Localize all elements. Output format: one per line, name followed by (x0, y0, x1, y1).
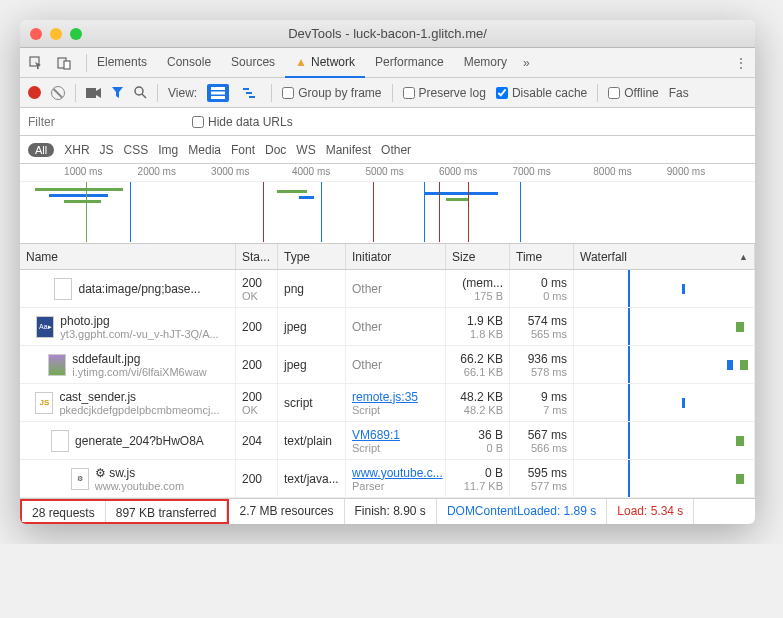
cell-time: 574 ms565 ms (510, 308, 574, 345)
status-dcl: DOMContentLoaded: 1.89 s (437, 499, 607, 524)
filter-input[interactable] (28, 115, 178, 129)
col-initiator[interactable]: Initiator (346, 244, 446, 269)
window-title: DevTools - luck-bacon-1.glitch.me/ (20, 26, 755, 41)
preserve-log-check[interactable]: Preserve log (403, 86, 486, 100)
tab-memory[interactable]: Memory (454, 48, 517, 78)
status-requests: 28 requests (22, 501, 106, 522)
type-filter-xhr[interactable]: XHR (64, 143, 89, 157)
svg-rect-2 (64, 61, 70, 69)
type-filter-media[interactable]: Media (188, 143, 221, 157)
disable-cache-check[interactable]: Disable cache (496, 86, 587, 100)
tab-elements[interactable]: Elements (87, 48, 157, 78)
cell-time: 936 ms578 ms (510, 346, 574, 383)
table-row[interactable]: Aa▸photo.jpgyt3.ggpht.com/-vu_v-hJT-3Q/A… (20, 308, 755, 346)
table-row[interactable]: ⚙⚙ sw.jswww.youtube.com200text/java...ww… (20, 460, 755, 498)
type-filter-js[interactable]: JS (100, 143, 114, 157)
tab-console[interactable]: Console (157, 48, 221, 78)
cell-time: 567 ms566 ms (510, 422, 574, 459)
type-filter-img[interactable]: Img (158, 143, 178, 157)
timeline-overview[interactable]: 1000 ms 2000 ms 3000 ms 4000 ms 5000 ms … (20, 164, 755, 244)
cell-status: 200OK (236, 270, 278, 307)
cell-status: 200 (236, 460, 278, 497)
col-time[interactable]: Time (510, 244, 574, 269)
tab-sources[interactable]: Sources (221, 48, 285, 78)
cell-size: 1.9 KB1.8 KB (446, 308, 510, 345)
svg-point-4 (135, 87, 143, 95)
view-label: View: (168, 86, 197, 100)
status-finish: Finish: 8.90 s (345, 499, 437, 524)
cell-name: data:image/png;base... (20, 270, 236, 307)
cell-status: 200 (236, 346, 278, 383)
inspect-icon[interactable] (28, 55, 44, 71)
tab-performance[interactable]: Performance (365, 48, 454, 78)
more-tabs-icon[interactable]: » (523, 56, 530, 70)
cell-time: 595 ms577 ms (510, 460, 574, 497)
cell-type: jpeg (278, 308, 346, 345)
type-filter-ws[interactable]: WS (296, 143, 315, 157)
gear-icon: ⚙ (95, 466, 109, 480)
network-toolbar: View: Group by frame Preserve log Disabl… (20, 78, 755, 108)
cell-size: 0 B11.7 KB (446, 460, 510, 497)
type-filter-doc[interactable]: Doc (265, 143, 286, 157)
cell-size: (mem...175 B (446, 270, 510, 307)
type-filter-manifest[interactable]: Manifest (326, 143, 371, 157)
status-bar: 28 requests 897 KB transferred 2.7 MB re… (20, 498, 755, 524)
svg-rect-8 (211, 96, 225, 99)
col-type[interactable]: Type (278, 244, 346, 269)
col-size[interactable]: Size (446, 244, 510, 269)
cell-waterfall (574, 270, 755, 307)
cell-name: sddefault.jpgi.ytimg.com/vi/6lfaiXM6waw (20, 346, 236, 383)
device-icon[interactable] (56, 55, 72, 71)
col-waterfall[interactable]: Waterfall▲ (574, 244, 755, 269)
offline-check[interactable]: Offline (608, 86, 658, 100)
record-button[interactable] (28, 86, 41, 99)
clear-button[interactable] (51, 86, 65, 100)
hide-data-urls-check[interactable]: Hide data URLs (192, 115, 293, 129)
waterfall-view-button[interactable] (239, 84, 261, 102)
cell-time: 0 ms0 ms (510, 270, 574, 307)
cell-initiator: VM689:1Script (346, 422, 446, 459)
cell-initiator: Other (346, 270, 446, 307)
type-filter-all[interactable]: All (28, 143, 54, 157)
cell-initiator: Other (346, 346, 446, 383)
panel-tabbar: Elements Console Sources ▲Network Perfor… (20, 48, 755, 78)
type-filter-css[interactable]: CSS (124, 143, 149, 157)
table-row[interactable]: data:image/png;base...200OKpngOther(mem.… (20, 270, 755, 308)
cell-name: Aa▸photo.jpgyt3.ggpht.com/-vu_v-hJT-3Q/A… (20, 308, 236, 345)
status-transferred: 897 KB transferred (106, 501, 228, 522)
cell-waterfall (574, 346, 755, 383)
cell-size: 36 B0 B (446, 422, 510, 459)
throttle-select[interactable]: Fas (669, 86, 689, 100)
group-by-frame-check[interactable]: Group by frame (282, 86, 381, 100)
cell-status: 204 (236, 422, 278, 459)
table-row[interactable]: sddefault.jpgi.ytimg.com/vi/6lfaiXM6waw2… (20, 346, 755, 384)
cell-initiator: remote.js:35Script (346, 384, 446, 421)
requests-table: Name Sta... Type Initiator Size Time Wat… (20, 244, 755, 498)
filter-row: Hide data URLs (20, 108, 755, 136)
cell-name: generate_204?bHwO8A (20, 422, 236, 459)
type-filter-other[interactable]: Other (381, 143, 411, 157)
table-row[interactable]: generate_204?bHwO8A204text/plainVM689:1S… (20, 422, 755, 460)
cell-name: ⚙⚙ sw.jswww.youtube.com (20, 460, 236, 497)
kebab-menu-icon[interactable]: ⋮ (735, 56, 747, 70)
svg-line-5 (142, 94, 146, 98)
camera-icon[interactable] (86, 87, 101, 99)
filter-icon[interactable] (111, 86, 124, 99)
titlebar: DevTools - luck-bacon-1.glitch.me/ (20, 20, 755, 48)
col-status[interactable]: Sta... (236, 244, 278, 269)
svg-rect-6 (211, 87, 225, 90)
table-row[interactable]: JScast_sender.jspkedcjkdefgpdelpbcmbmeom… (20, 384, 755, 422)
cell-type: text/java... (278, 460, 346, 497)
cell-initiator: Other (346, 308, 446, 345)
cell-size: 48.2 KB48.2 KB (446, 384, 510, 421)
tab-network[interactable]: ▲Network (285, 48, 365, 78)
type-filter-font[interactable]: Font (231, 143, 255, 157)
cell-type: script (278, 384, 346, 421)
svg-rect-11 (249, 96, 255, 98)
col-name[interactable]: Name (20, 244, 236, 269)
cell-type: text/plain (278, 422, 346, 459)
search-icon[interactable] (134, 86, 147, 99)
svg-rect-10 (246, 92, 252, 94)
large-rows-button[interactable] (207, 84, 229, 102)
cell-type: jpeg (278, 346, 346, 383)
